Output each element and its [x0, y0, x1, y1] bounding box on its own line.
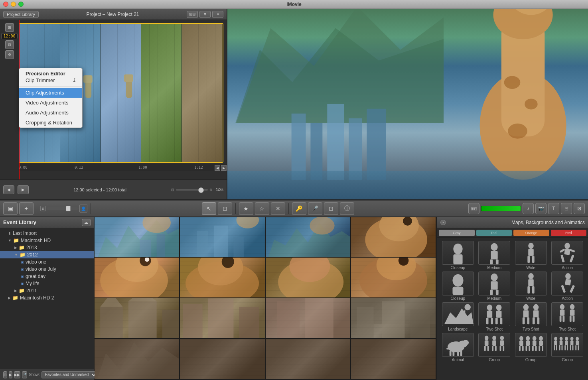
- crop-btn[interactable]: ⊡: [324, 202, 338, 215]
- filter-red[interactable]: Red: [551, 230, 587, 236]
- eb-btn-2[interactable]: ▶: [9, 371, 12, 378]
- clip-thumb-4[interactable]: [141, 24, 182, 162]
- sil-item-medium-2[interactable]: Medium: [477, 272, 512, 301]
- eb-btn-1[interactable]: ⊟: [3, 371, 7, 378]
- film-view-btn[interactable]: ▣: [3, 202, 18, 215]
- sil-item-action-2[interactable]: Action: [550, 272, 585, 301]
- right-panel-close[interactable]: ×: [440, 220, 446, 225]
- play-back-btn[interactable]: ◀: [3, 185, 14, 194]
- video-cell-3-1[interactable]: [95, 298, 180, 338]
- sil-item-action-1[interactable]: Action: [550, 241, 585, 270]
- close-button[interactable]: [3, 2, 8, 7]
- video-cell-3-2[interactable]: [180, 298, 265, 338]
- sil-item-wide-1[interactable]: Wide: [513, 241, 549, 270]
- music-btn[interactable]: ♪: [523, 203, 534, 214]
- zoom-slider[interactable]: [176, 189, 208, 191]
- video-cell-1-1[interactable]: [95, 217, 180, 257]
- menu-number: 1: [73, 77, 76, 83]
- clip-view-btn[interactable]: ⊞⊟: [468, 203, 479, 214]
- clip-size-slider[interactable]: [47, 207, 79, 210]
- maximize-button[interactable]: [18, 2, 24, 7]
- video-cell-1-3[interactable]: [266, 217, 351, 257]
- video-cell-2-3[interactable]: [266, 258, 351, 297]
- video-cell-2-4[interactable]: [351, 258, 436, 297]
- sil-item-landscape[interactable]: Landscape: [440, 302, 476, 331]
- tree-item-video-one[interactable]: ▣ video one: [0, 258, 94, 266]
- title-btn[interactable]: T: [548, 203, 559, 214]
- maps-btn[interactable]: ⊠: [574, 203, 585, 214]
- transition-btn[interactable]: ⊟: [561, 203, 572, 214]
- wand-btn[interactable]: ✦: [19, 202, 34, 215]
- scroll-right-btn[interactable]: ▶: [221, 165, 227, 171]
- video-cell-1-4[interactable]: [351, 217, 436, 257]
- eb-btn-4[interactable]: 🎤: [22, 371, 27, 378]
- event-cloud-btn[interactable]: ☁: [82, 219, 91, 226]
- tree-item-my-life[interactable]: ▣ My life: [0, 280, 94, 287]
- sil-item-twoshot-3[interactable]: Two Shot: [550, 302, 585, 331]
- svg-rect-3: [83, 75, 93, 83]
- filter-orange[interactable]: Orange: [513, 230, 549, 236]
- audio-btn[interactable]: 🎤: [308, 202, 322, 215]
- favorites-btn[interactable]: ★: [239, 202, 253, 215]
- timeline-btn-1[interactable]: ⊞: [5, 23, 14, 32]
- sil-item-group-3[interactable]: Group: [550, 333, 585, 362]
- tree-item-great-day[interactable]: ▣ great day: [0, 273, 94, 280]
- sil-item-group-1[interactable]: Group: [477, 333, 512, 362]
- clip-thumb-3[interactable]: [101, 24, 142, 162]
- timeline-btn-3[interactable]: ⚙: [5, 50, 14, 59]
- tree-item-macintosh-hd[interactable]: ▼ 📁 Macintosh HD: [0, 237, 94, 244]
- video-cell-4-2[interactable]: [180, 339, 265, 379]
- menu-cropping-rotation[interactable]: Cropping & Rotation: [19, 118, 82, 128]
- sil-item-medium-1[interactable]: Medium: [477, 241, 512, 270]
- show-select[interactable]: Favorites and Unmarked: [41, 371, 97, 378]
- video-cell-4-3[interactable]: [266, 339, 351, 379]
- project-library-tab[interactable]: Project Library: [3, 11, 39, 18]
- video-cell-4-4[interactable]: [351, 339, 436, 379]
- duration-icon[interactable]: ⊟: [40, 206, 46, 211]
- video-cell-2-2[interactable]: [180, 258, 265, 297]
- eb-btn-3[interactable]: ▶▶: [14, 371, 20, 378]
- filter-teal[interactable]: Teal: [476, 230, 512, 236]
- photo-btn[interactable]: 📷: [535, 203, 547, 214]
- reject-btn[interactable]: ✕: [271, 202, 285, 215]
- video-cell-3-3[interactable]: [266, 298, 351, 338]
- sil-item-group-2[interactable]: Group: [513, 333, 549, 362]
- tree-item-macintosh-hd2[interactable]: ▶ 📁 Macintosh HD 2: [0, 294, 94, 301]
- sil-item-wide-2[interactable]: Wide: [513, 272, 549, 301]
- tree-item-video-one-july[interactable]: ▣ video one July: [0, 266, 94, 273]
- scroll-left-btn[interactable]: ◀: [215, 165, 220, 171]
- unfavorite-btn[interactable]: ☆: [255, 202, 269, 215]
- keyword-btn[interactable]: 🔑: [292, 202, 306, 215]
- menu-video-adjustments[interactable]: Video Adjustments: [19, 98, 82, 108]
- filter-gray[interactable]: Gray: [439, 230, 475, 236]
- view-toggle-btn[interactable]: ⊞⊟: [187, 11, 198, 18]
- video-cell-4-1[interactable]: [95, 339, 180, 379]
- more-btn[interactable]: ▾: [212, 11, 223, 18]
- video-cell-1-2[interactable]: [180, 217, 265, 257]
- sil-item-twoshot-2[interactable]: Two Shot: [513, 302, 549, 331]
- tree-item-2013[interactable]: ▶ 📁 2013: [0, 244, 94, 251]
- sil-item-twoshot-1[interactable]: Two Shot: [477, 302, 512, 331]
- sort-btn[interactable]: ▼: [199, 11, 211, 18]
- timeline-btn-2[interactable]: ⊟: [5, 40, 14, 49]
- clip-size-handle[interactable]: [66, 206, 71, 211]
- sil-item-animal[interactable]: Animal: [440, 333, 476, 362]
- menu-clip-trimmer[interactable]: Clip Trimmer 1: [19, 77, 82, 86]
- tree-item-last-import[interactable]: ⬇ Last Import: [0, 230, 94, 237]
- play-btn[interactable]: ▶: [18, 185, 29, 194]
- person-icon[interactable]: 👤: [79, 205, 87, 213]
- menu-precision-editor[interactable]: Precision Editor: [19, 68, 82, 77]
- clip-thumb-5[interactable]: [182, 24, 223, 162]
- sil-item-closeup-1[interactable]: Closeup: [440, 241, 476, 270]
- sil-item-closeup-2[interactable]: Closeup: [440, 272, 476, 301]
- tree-item-2012[interactable]: ▼ 📁 2012: [0, 251, 94, 258]
- info-btn[interactable]: ⓘ: [340, 202, 354, 215]
- video-cell-2-1[interactable]: [95, 258, 180, 297]
- menu-audio-adjustments[interactable]: Audio Adjustments: [19, 108, 82, 118]
- crop-tool-btn[interactable]: ⊡: [218, 202, 232, 215]
- menu-clip-adjustments[interactable]: Clip Adjustments: [19, 88, 82, 98]
- pointer-tool-btn[interactable]: ↖: [202, 202, 216, 215]
- minimize-button[interactable]: [11, 2, 16, 7]
- video-cell-3-4[interactable]: [351, 298, 436, 338]
- tree-item-2011[interactable]: ▶ 📁 2011: [0, 287, 94, 294]
